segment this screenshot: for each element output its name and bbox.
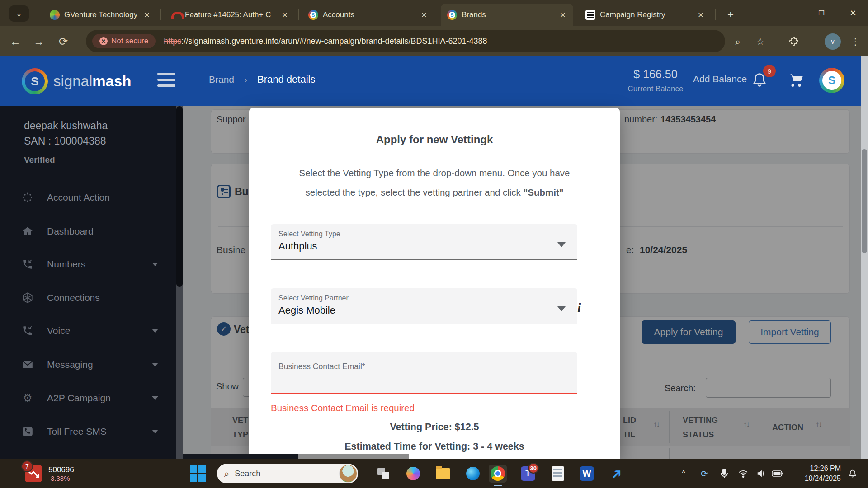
reload-button[interactable]: ⟳ [54, 33, 72, 51]
sidebar-item-numbers[interactable]: Numbers [0, 254, 176, 274]
sidebar-item-voice[interactable]: Voice [0, 321, 176, 341]
modal-title: Apply for new Vettingk [249, 133, 620, 146]
modal-description-bold: "Submit" [524, 187, 564, 197]
current-balance-label: Current Balance [613, 84, 698, 94]
widgets-button[interactable]: 7 500696 -3.33% [25, 462, 102, 485]
business-contact-email-field[interactable]: Business Contact Email* [271, 352, 577, 394]
tab-feature[interactable]: Feature #14625: Auth+ C ✕ [164, 4, 295, 26]
tab-brands-active[interactable]: Brands ✕ [441, 4, 573, 26]
battery-icon[interactable] [769, 465, 787, 483]
vetting-partner-label: Select Vetting Partner [278, 294, 349, 302]
tab-title: Campaign Registry [600, 10, 691, 19]
not-secure-icon: ✕ [99, 37, 108, 45]
signalmash-logo-icon[interactable] [22, 68, 48, 94]
tab-title: Feature #14625: Auth+ C [185, 10, 275, 19]
wifi-icon[interactable] [734, 465, 752, 483]
chevron-down-icon [152, 363, 158, 366]
spinner-dots-icon [22, 192, 33, 203]
stock-chart-icon: 7 [25, 465, 42, 482]
file-explorer-button[interactable] [434, 465, 452, 483]
breadcrumb-parent[interactable]: Brand [209, 74, 234, 85]
extensions-icon[interactable] [785, 33, 803, 51]
sidebar-item-label: Messaging [47, 359, 93, 370]
phone-incoming-icon [22, 325, 33, 337]
cart-icon[interactable] [788, 72, 805, 90]
chrome-button-active[interactable] [489, 465, 507, 483]
tab-close-icon[interactable]: ✕ [557, 9, 569, 21]
microphone-icon[interactable] [715, 465, 733, 483]
notification-center-icon[interactable] [844, 465, 862, 483]
sidebar-item-toll-free-sms[interactable]: Toll Free SMS [0, 422, 176, 441]
teams-button[interactable]: T30 [519, 465, 537, 483]
bookmark-star-icon[interactable]: ☆ [751, 33, 769, 51]
gear-icon: ⚙ [22, 392, 33, 404]
vetting-type-select[interactable]: Select Vetting Type Authplus [271, 224, 577, 260]
notepad-button[interactable] [549, 465, 567, 483]
security-chip[interactable]: ✕ Not secure [92, 34, 156, 48]
phone-incoming-icon [22, 258, 33, 270]
sync-icon[interactable]: ⟳ [695, 465, 713, 483]
user-san: SAN : 100004388 [24, 135, 106, 147]
taskbar-search-box[interactable]: ⌕ Search [217, 464, 358, 483]
vertical-scrollbar-thumb[interactable] [862, 149, 867, 253]
tab-accounts[interactable]: Accounts ✕ [302, 4, 434, 26]
tab-campaign-registry[interactable]: Campaign Registry ✕ [579, 4, 711, 26]
start-button[interactable] [190, 465, 206, 482]
sidebar-item-label: Toll Free SMS [47, 426, 107, 437]
tray-chevron-up-icon[interactable]: ^ [675, 465, 693, 483]
window-close-button[interactable]: ✕ [843, 5, 863, 21]
browser-profile-avatar[interactable]: v [825, 33, 841, 50]
edge-button[interactable] [464, 465, 482, 483]
tab-close-icon[interactable]: ✕ [279, 9, 291, 21]
browser-toolbar: ← → ⟳ ✕ Not secure https://signalmash.gv… [0, 26, 868, 56]
shared-arrow-app-button[interactable]: ➔ [608, 465, 626, 483]
forward-button[interactable]: → [30, 33, 48, 51]
tab-separator [298, 9, 299, 20]
add-balance-button[interactable]: Add Balance [693, 74, 747, 84]
task-view-button[interactable] [374, 465, 392, 483]
search-highlight-image[interactable] [339, 465, 357, 483]
clock[interactable]: 12:26 PM 10/24/2025 [788, 464, 841, 483]
tab-close-icon[interactable]: ✕ [695, 9, 707, 21]
address-bar[interactable]: ✕ Not secure https://signalmash.gventure… [86, 30, 725, 52]
tab-title: Accounts [323, 10, 415, 19]
horizontal-scrollbar-thumb[interactable] [298, 454, 409, 459]
new-tab-button[interactable]: + [722, 7, 739, 22]
info-icon[interactable]: i [577, 300, 581, 315]
vetting-partner-select[interactable]: Select Vetting Partner Aegis Mobile [271, 288, 577, 324]
breadcrumb-current: Brand details [257, 74, 315, 85]
sidebar-item-account-action[interactable]: Account Action [0, 188, 176, 207]
word-button[interactable]: W [578, 465, 596, 483]
sidebar-scrollbar-thumb[interactable] [176, 106, 183, 287]
tab-close-icon[interactable]: ✕ [418, 9, 430, 21]
window-restore-button[interactable]: ❐ [811, 5, 832, 21]
account-avatar[interactable] [819, 68, 844, 93]
sidebar-item-connections[interactable]: Connections [0, 288, 176, 308]
tab-gventure[interactable]: GVenture Technology Pvt. ✕ [43, 4, 157, 26]
breadcrumb: Brand › Brand details [209, 74, 315, 85]
sidebar-item-label: A2P Campaign [47, 393, 111, 404]
teams-badge: 30 [528, 463, 539, 474]
vetting-eta-text: Estimated Time for Vetting: 3 - 4 weeks [249, 441, 620, 452]
hexagon-network-icon [22, 292, 33, 304]
sidebar-toggle-hamburger-icon[interactable] [157, 73, 175, 88]
security-chip-label: Not secure [111, 37, 148, 46]
copilot-button[interactable] [404, 465, 422, 483]
phone-square-icon [22, 426, 33, 437]
sidebar-item-a2p-campaign[interactable]: ⚙ A2P Campaign [0, 388, 176, 408]
back-button[interactable]: ← [6, 33, 24, 51]
sidebar-item-messaging[interactable]: Messaging [0, 355, 176, 375]
envelope-icon [22, 359, 33, 371]
tab-search-chevron-button[interactable]: ⌄ [9, 5, 29, 22]
vetting-price-text: Vetting Price: $12.5 [249, 422, 620, 433]
window-minimize-button[interactable]: – [779, 5, 800, 21]
zoom-search-icon[interactable]: ⌕ [729, 33, 747, 51]
signalmash-logo-text[interactable]: signalmash [53, 73, 131, 90]
tab-close-icon[interactable]: ✕ [141, 9, 153, 21]
vertical-scrollbar-track[interactable] [861, 56, 868, 459]
browser-menu-kebab-icon[interactable]: ⋮ [846, 33, 864, 51]
sidebar-item-dashboard[interactable]: Dashboard [0, 221, 176, 241]
volume-icon[interactable] [752, 465, 770, 483]
document-favicon-icon [585, 10, 595, 20]
browser-tab-strip: ⌄ GVenture Technology Pvt. ✕ Feature #14… [0, 0, 868, 26]
